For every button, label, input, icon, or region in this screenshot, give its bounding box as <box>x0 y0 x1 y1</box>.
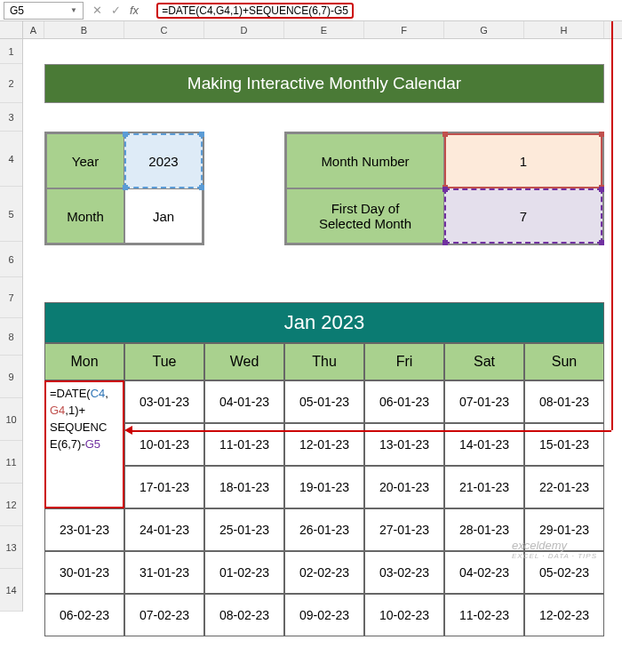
first-day-label: First Day ofSelected Month <box>286 188 444 244</box>
calendar-cell[interactable]: 08-02-23 <box>204 594 284 636</box>
fx-icon[interactable]: fx <box>130 4 139 17</box>
row-header-2[interactable]: 2 <box>0 64 22 103</box>
calendar-cell[interactable]: 17-01-23 <box>124 466 204 508</box>
calendar-cell[interactable]: 10-02-23 <box>364 594 444 636</box>
month-number-label: Month Number <box>286 133 444 188</box>
month-value-cell[interactable]: Jan <box>124 188 203 244</box>
calendar-cell[interactable]: 23-01-23 <box>44 508 124 551</box>
row-header-14[interactable]: 14 <box>0 569 22 612</box>
day-header: Fri <box>364 343 444 380</box>
calendar-cell[interactable]: 07-01-23 <box>444 380 524 423</box>
col-header-H[interactable]: H <box>524 21 604 38</box>
chevron-down-icon[interactable]: ▼ <box>70 6 77 14</box>
calendar-cell[interactable]: 09-02-23 <box>284 594 364 636</box>
calendar-cell[interactable]: 27-01-23 <box>364 508 444 551</box>
select-all-corner[interactable] <box>0 21 23 38</box>
row-header-3[interactable]: 3 <box>0 103 22 132</box>
col-header-A[interactable]: A <box>23 21 44 38</box>
month-number-value-cell[interactable]: 1 <box>444 133 602 188</box>
row-header-4[interactable]: 4 <box>0 132 22 187</box>
row-header-11[interactable]: 11 <box>0 441 22 484</box>
calendar-cell[interactable]: 03-02-23 <box>364 551 444 594</box>
calendar-cell[interactable]: 02-02-23 <box>284 551 364 594</box>
cancel-icon[interactable]: ✕ <box>92 4 102 17</box>
column-headers: ABCDEFGH <box>0 21 622 39</box>
row-header-8[interactable]: 8 <box>0 318 22 356</box>
row-header-12[interactable]: 12 <box>0 484 22 526</box>
calendar-cell[interactable]: 03-01-23 <box>124 380 204 423</box>
enter-icon[interactable]: ✓ <box>111 4 121 17</box>
calendar-header: MonTueWedThuFriSatSun <box>44 343 604 380</box>
row-headers: 1234567891011121314 <box>0 39 23 612</box>
row-header-10[interactable]: 10 <box>0 398 22 441</box>
year-month-table: Year 2023 Month Jan <box>44 132 204 245</box>
row-header-1[interactable]: 1 <box>0 39 22 64</box>
col-header-C[interactable]: C <box>124 21 204 38</box>
calendar-cell[interactable]: 20-01-23 <box>364 466 444 508</box>
watermark: exceldemy EXCEL · DATA · TIPS <box>512 539 597 560</box>
arrow-vertical <box>611 21 613 430</box>
col-header-D[interactable]: D <box>204 21 284 38</box>
month-info-table: Month Number 1 First Day ofSelected Mont… <box>284 132 604 245</box>
calendar-cell[interactable]: 22-01-23 <box>524 466 604 508</box>
calendar-cell[interactable]: 05-01-23 <box>284 380 364 423</box>
arrow-head-icon <box>124 426 132 435</box>
calendar-cell[interactable]: 06-01-23 <box>364 380 444 423</box>
row-header-7[interactable]: 7 <box>0 277 22 318</box>
calendar-cell[interactable]: 04-01-23 <box>204 380 284 423</box>
calendar-cell[interactable]: 11-02-23 <box>444 594 524 636</box>
calendar-cell[interactable]: 12-02-23 <box>524 594 604 636</box>
year-label: Year <box>46 133 124 188</box>
formula-bar-buttons: ✕ ✓ fx <box>84 4 153 17</box>
editing-cell[interactable]: =DATE(C4,G4,1)+SEQUENCE(6,7)-G5 <box>44 380 124 508</box>
arrow-horizontal <box>128 430 611 432</box>
row-header-6[interactable]: 6 <box>0 242 22 277</box>
day-header: Thu <box>284 343 364 380</box>
col-header-F[interactable]: F <box>364 21 444 38</box>
row-header-13[interactable]: 13 <box>0 526 22 569</box>
spreadsheet-grid: ABCDEFGH 1234567891011121314 Making Inte… <box>0 21 622 612</box>
name-box[interactable]: G5 ▼ <box>4 2 84 20</box>
row-header-9[interactable]: 9 <box>0 356 22 398</box>
calendar-cell[interactable]: 24-01-23 <box>124 508 204 551</box>
col-header-G[interactable]: G <box>444 21 524 38</box>
year-value-cell[interactable]: 2023 <box>124 133 203 188</box>
calendar-cell[interactable]: 18-01-23 <box>204 466 284 508</box>
calendar-cell[interactable]: 06-02-23 <box>44 594 124 636</box>
month-label: Month <box>46 188 124 244</box>
calendar-cell[interactable]: 07-02-23 <box>124 594 204 636</box>
day-header: Tue <box>124 343 204 380</box>
first-day-value-cell[interactable]: 7 <box>444 188 602 244</box>
day-header: Mon <box>44 343 124 380</box>
calendar-body: 03-01-2304-01-2305-01-2306-01-2307-01-23… <box>44 380 604 636</box>
calendar-cell[interactable]: 21-01-23 <box>444 466 524 508</box>
calendar-cell[interactable]: 30-01-23 <box>44 551 124 594</box>
calendar-cell[interactable]: 01-02-23 <box>204 551 284 594</box>
formula-text: =DATE(C4,G4,1)+SEQUENCE(6,7)-G5 <box>156 3 354 19</box>
col-header-E[interactable]: E <box>284 21 364 38</box>
day-header: Wed <box>204 343 284 380</box>
day-header: Sat <box>444 343 524 380</box>
day-header: Sun <box>524 343 604 380</box>
calendar-cell[interactable]: 31-01-23 <box>124 551 204 594</box>
cells-area[interactable]: Making Interactive Monthly Calendar Year… <box>23 39 622 612</box>
calendar-cell[interactable]: 19-01-23 <box>284 466 364 508</box>
col-header-B[interactable]: B <box>44 21 124 38</box>
formula-bar-row: G5 ▼ ✕ ✓ fx =DATE(C4,G4,1)+SEQUENCE(6,7)… <box>0 0 622 21</box>
calendar-cell[interactable]: 26-01-23 <box>284 508 364 551</box>
title-banner: Making Interactive Monthly Calendar <box>44 64 604 103</box>
name-box-value: G5 <box>10 4 24 17</box>
row-header-5[interactable]: 5 <box>0 187 22 242</box>
formula-bar[interactable]: =DATE(C4,G4,1)+SEQUENCE(6,7)-G5 <box>153 1 622 20</box>
calendar-title: Jan 2023 <box>44 302 604 343</box>
calendar-cell[interactable]: 25-01-23 <box>204 508 284 551</box>
calendar-cell[interactable]: 08-01-23 <box>524 380 604 423</box>
